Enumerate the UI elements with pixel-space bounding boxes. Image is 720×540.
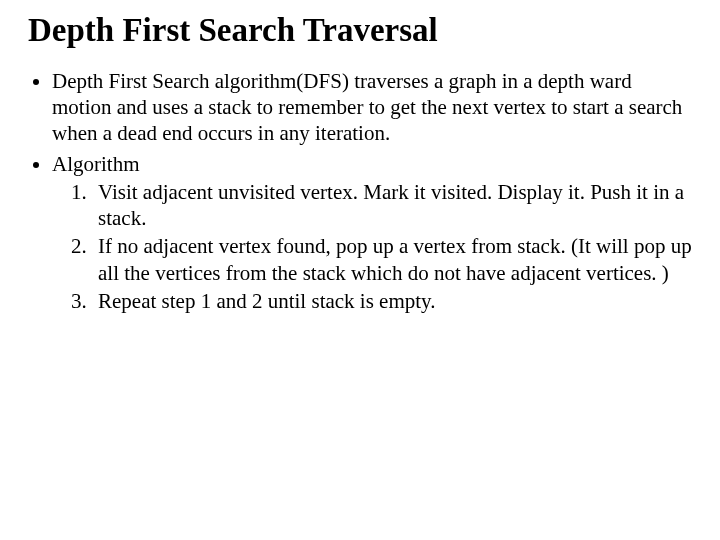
slide: Depth First Search Traversal Depth First… — [0, 0, 720, 540]
list-item: Depth First Search algorithm(DFS) traver… — [52, 68, 692, 147]
step-item: Repeat step 1 and 2 until stack is empty… — [92, 288, 692, 314]
step-item: Visit adjacent unvisited vertex. Mark it… — [92, 179, 692, 232]
algorithm-label: Algorithm — [52, 152, 140, 176]
bullet-list: Depth First Search algorithm(DFS) traver… — [28, 68, 692, 314]
intro-text: Depth First Search algorithm(DFS) traver… — [52, 69, 682, 146]
page-title: Depth First Search Traversal — [28, 12, 692, 50]
step-text: Repeat step 1 and 2 until stack is empty… — [98, 289, 436, 313]
step-text: If no adjacent vertex found, pop up a ve… — [98, 234, 692, 284]
step-text: Visit adjacent unvisited vertex. Mark it… — [98, 180, 684, 230]
steps-list: Visit adjacent unvisited vertex. Mark it… — [52, 179, 692, 314]
step-item: If no adjacent vertex found, pop up a ve… — [92, 233, 692, 286]
list-item: Algorithm Visit adjacent unvisited verte… — [52, 151, 692, 315]
